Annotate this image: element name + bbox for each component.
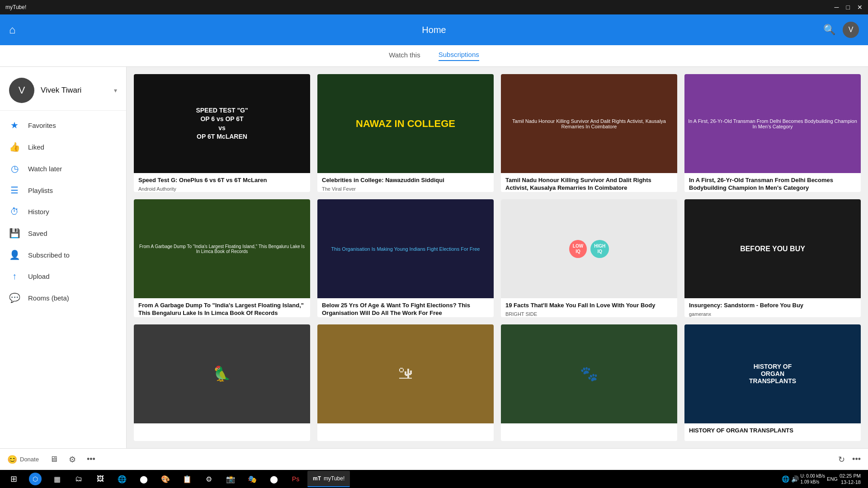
- user-name: Vivek Tiwari: [41, 86, 81, 95]
- video-title-2: Celebrities in College: Nawazuddin Siddi…: [322, 177, 489, 184]
- video-card-11[interactable]: 🐾: [501, 324, 677, 441]
- video-grid: SPEED TEST "G"OP 6 vs OP 6TvsOP 6T McLAR…: [127, 67, 868, 448]
- video-thumbnail-6: This Organisation Is Making Young Indian…: [317, 199, 494, 298]
- save-icon: 💾: [9, 228, 20, 239]
- minimize-button[interactable]: ─: [835, 4, 839, 11]
- user-avatar-header[interactable]: V: [843, 22, 859, 38]
- video-thumbnail-10: 🏜: [317, 324, 494, 423]
- video-title-3: Tamil Nadu Honour Killing Survivor And D…: [505, 177, 673, 192]
- video-card-8[interactable]: BEFORE YOU BUY Insurgency: Sandstorm - B…: [684, 199, 861, 317]
- video-thumbnail-4: In A First, 26-Yr-Old Transman From Delh…: [684, 74, 861, 173]
- sidebar-label-watch-later: Watch later: [28, 165, 62, 173]
- video-thumbnail-8: BEFORE YOU BUY: [684, 199, 861, 298]
- volume-icon: 🔊: [791, 475, 799, 483]
- sidebar-item-subscribed-to[interactable]: 👤 Subscribed to: [0, 244, 126, 266]
- taskbar-edge[interactable]: 🌐: [112, 470, 132, 488]
- tab-subscriptions[interactable]: Subscriptions: [439, 51, 479, 61]
- taskbar-task-view[interactable]: ▦: [47, 470, 67, 488]
- more-right-button[interactable]: •••: [852, 455, 861, 464]
- maximize-button[interactable]: □: [846, 4, 850, 11]
- video-card-4[interactable]: In A First, 26-Yr-Old Transman From Delh…: [684, 74, 861, 192]
- video-card-12[interactable]: HISTORY OFORGANTRANSPLANTS HISTORY OF OR…: [684, 324, 861, 441]
- taskbar-cortana[interactable]: ⬡: [25, 470, 45, 488]
- video-meta-8: gameranx 6:37 | 70,718 views | 7h: [689, 311, 856, 317]
- display-icon: 🖥: [50, 455, 58, 464]
- settings-button[interactable]: ⚙: [69, 455, 76, 465]
- taskbar-icon-9[interactable]: ⚙: [199, 470, 219, 488]
- thumbs-up-icon: 👍: [9, 141, 20, 152]
- taskbar-icon-13[interactable]: Ps: [286, 470, 306, 488]
- search-icon[interactable]: 🔍: [823, 24, 835, 36]
- video-info-6: Below 25 Yrs Of Age & Want To Fight Elec…: [317, 298, 494, 317]
- video-info-8: Insurgency: Sandstorm - Before You Buy g…: [684, 298, 861, 317]
- main-layout: V Vivek Tiwari ▾ ★ Favorites 👍 Liked ◷ W…: [0, 67, 868, 448]
- video-thumbnail-7: LOWIQ HIGHIQ: [501, 199, 677, 298]
- more-button[interactable]: •••: [87, 455, 95, 464]
- donate-button[interactable]: 😊 Donate: [7, 455, 39, 465]
- app-name: myTube!: [5, 4, 26, 10]
- gear-icon: ⚙: [69, 455, 76, 465]
- taskbar-right: 🌐 🔊 U: 0.00 kB/s1.09 kB/s ENG 02:25 PM 1…: [782, 473, 864, 486]
- sidebar-item-favorites[interactable]: ★ Favorites: [0, 114, 126, 136]
- clock: 02:25 PM 13-12-18: [840, 473, 861, 486]
- video-card-6[interactable]: This Organisation Is Making Young Indian…: [317, 199, 494, 317]
- user-avatar: V: [9, 78, 34, 103]
- sidebar-item-saved[interactable]: 💾 Saved: [0, 222, 126, 244]
- video-card-3[interactable]: Tamil Nadu Honour Killing Survivor And D…: [501, 74, 677, 192]
- video-title-12: HISTORY OF ORGAN TRANSPLANTS: [689, 427, 856, 435]
- chat-icon: 💬: [9, 292, 20, 303]
- sidebar-item-history[interactable]: ⏱ History: [0, 201, 126, 222]
- video-meta-7: BRIGHT SIDE 13:06 | 31,689 views | 5h: [505, 311, 673, 317]
- video-card-7[interactable]: LOWIQ HIGHIQ 19 Facts That'll Make You F…: [501, 199, 677, 317]
- taskbar-mytube-button[interactable]: mT myTube!: [307, 471, 350, 487]
- refresh-button[interactable]: ↻: [838, 455, 845, 465]
- close-button[interactable]: ✕: [857, 4, 863, 11]
- video-title-4: In A First, 26-Yr-Old Transman From Delh…: [689, 177, 856, 192]
- taskbar: ⊞ ⬡ ▦ 🗂 🖼 🌐 ⬤ 🎨 📋 ⚙ 📸 🎭 ⬤ Ps mT myTube!: [0, 470, 868, 488]
- user-info[interactable]: V Vivek Tiwari ▾: [0, 74, 126, 111]
- taskbar-icon-11[interactable]: 🎭: [242, 470, 262, 488]
- taskbar-icon-12[interactable]: ⬤: [264, 470, 284, 488]
- taskbar-chrome[interactable]: ⬤: [134, 470, 154, 488]
- ellipsis-icon: •••: [87, 455, 95, 464]
- sidebar-item-rooms-beta[interactable]: 💬 Rooms (beta): [0, 287, 126, 309]
- start-button[interactable]: ⊞: [4, 470, 24, 488]
- tab-watch-this[interactable]: Watch this: [389, 51, 420, 61]
- chevron-down-icon[interactable]: ▾: [114, 87, 117, 94]
- clock-icon: ◷: [9, 163, 20, 174]
- taskbar-explorer[interactable]: 🗂: [69, 470, 89, 488]
- video-thumbnail-3: Tamil Nadu Honour Killing Survivor And D…: [501, 74, 677, 173]
- sidebar-label-subscribed-to: Subscribed to: [28, 251, 70, 259]
- video-card-2[interactable]: NAWAZ IN COLLEGE Celebrities in College:…: [317, 74, 494, 192]
- video-info-12: HISTORY OF ORGAN TRANSPLANTS: [684, 423, 861, 441]
- taskbar-app-label: myTube!: [324, 475, 344, 482]
- taskbar-icon-7[interactable]: 🎨: [156, 470, 175, 488]
- video-card-10[interactable]: 🏜: [317, 324, 494, 441]
- windows-icon: ⊞: [10, 474, 17, 484]
- video-card-1[interactable]: SPEED TEST "G"OP 6 vs OP 6TvsOP 6T McLAR…: [134, 74, 310, 192]
- sidebar-item-liked[interactable]: 👍 Liked: [0, 136, 126, 158]
- taskbar-icon-8[interactable]: 📋: [177, 470, 197, 488]
- bottom-bar-right: ↻ •••: [838, 455, 861, 465]
- video-card-5[interactable]: From A Garbage Dump To "India's Largest …: [134, 199, 310, 317]
- bottom-bar: 😊 Donate 🖥 ⚙ ••• ↻ •••: [0, 448, 868, 470]
- more-right-icon: •••: [852, 455, 861, 464]
- video-info-1: Speed Test G: OnePlus 6 vs 6T vs 6T McLa…: [134, 173, 310, 192]
- sidebar-label-favorites: Favorites: [28, 122, 56, 129]
- video-info-7: 19 Facts That'll Make You Fall In Love W…: [501, 298, 677, 317]
- display-button[interactable]: 🖥: [50, 455, 58, 464]
- window-controls[interactable]: ─ □ ✕: [835, 4, 863, 11]
- video-info-5: From A Garbage Dump To "India's Largest …: [134, 298, 310, 317]
- time: 02:25 PM: [840, 473, 861, 479]
- taskbar-photos[interactable]: 🖼: [90, 470, 110, 488]
- sidebar-item-watch-later[interactable]: ◷ Watch later: [0, 158, 126, 179]
- upload-icon: ↑: [9, 271, 20, 282]
- sidebar-item-playlists[interactable]: ☰ Playlists: [0, 179, 126, 201]
- video-card-9[interactable]: 🦜: [134, 324, 310, 441]
- home-icon[interactable]: ⌂: [9, 23, 16, 36]
- history-icon: ⏱: [9, 206, 20, 217]
- sidebar-label-saved: Saved: [28, 230, 47, 237]
- taskbar-icon-10[interactable]: 📸: [221, 470, 241, 488]
- sidebar-item-upload[interactable]: ↑ Upload: [0, 266, 126, 287]
- sys-info: U: 0.00 kB/s1.09 kB/s: [801, 473, 825, 485]
